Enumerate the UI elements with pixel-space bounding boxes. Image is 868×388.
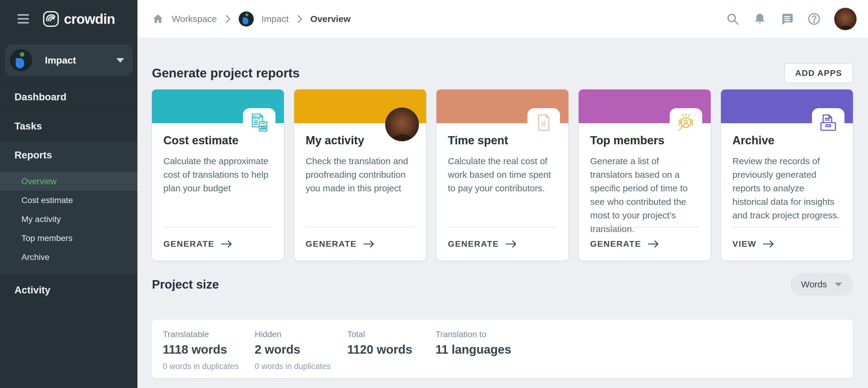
card-time-spent[interactable]: Time spent Calculate the real cost of wo… [436,90,568,261]
generate-label: GENERATE [306,239,357,249]
arrow-right-icon [221,240,233,248]
stat-value: 2 words [255,343,347,356]
document-chart-icon [533,112,554,133]
home-icon[interactable] [152,13,164,25]
card-description: Review the records of previously generat… [733,154,841,222]
card-body: Time spent Calculate the real cost of wo… [436,123,568,195]
messages-icon[interactable] [780,12,794,26]
project-size-title: Project size [152,278,219,291]
card-footer: GENERATE [448,227,557,261]
breadcrumb-project-avatar [239,11,254,27]
card-top-members[interactable]: Top members Generate a list of translato… [579,90,711,261]
stat-value: 1118 words [163,343,255,356]
card-archive[interactable]: Archive Review the records of previously… [721,90,853,261]
arrow-right-icon [363,240,375,248]
sidebar-item-cost-estimate[interactable]: Cost estimate [0,191,137,210]
view-label: VIEW [733,239,756,249]
report-cards: Cost estimate Calculate the approximate … [152,90,853,261]
stat-label: Translatable [163,329,255,339]
main-content: Generate project reports ADD APPS Cost e… [137,38,868,388]
crowdin-logo-icon [43,11,59,27]
sidebar-group-reports: Reports Overview Cost estimate My activi… [0,141,137,275]
stat-value: 1120 words [347,343,435,356]
sidebar-item-overview[interactable]: Overview [0,172,137,191]
search-icon[interactable] [726,12,740,26]
breadcrumb: Workspace Impact Overview [152,11,350,27]
stat-translation-to: Translation to 11 languages [435,329,527,378]
topbar-actions [726,8,857,30]
project-name: Impact [45,55,116,66]
page-title: Generate project reports [152,66,300,80]
project-size-header: Project size Words [152,270,853,298]
card-body: Top members Generate a list of translato… [579,123,711,235]
card-title: Time spent [448,134,557,147]
card-description: Calculate the real cost of work based on… [448,154,557,195]
invoice-calculator-icon [249,112,270,133]
sidebar-item-my-activity[interactable]: My activity [0,210,137,229]
add-apps-button[interactable]: ADD APPS [784,63,853,83]
stat-label: Translation to [435,329,527,339]
user-avatar[interactable] [834,8,857,30]
sidebar: crowdin Impact Dashboard Tasks Reports O… [0,0,137,388]
generate-button[interactable]: GENERATE [590,239,659,249]
breadcrumb-project[interactable]: Impact [261,14,289,24]
stat-value: 11 languages [435,343,527,356]
breadcrumb-current-page: Overview [310,14,350,24]
hamburger-menu-icon[interactable] [18,14,29,24]
sidebar-item-activity[interactable]: Activity [0,275,137,304]
generate-label: GENERATE [590,239,641,249]
generate-button[interactable]: GENERATE [448,239,517,249]
sidebar-item-tasks[interactable]: Tasks [0,111,137,141]
breadcrumb-workspace[interactable]: Workspace [172,14,217,24]
generate-label: GENERATE [163,239,215,249]
search-members-icon [676,112,696,133]
sidebar-item-archive[interactable]: Archive [0,248,137,267]
arrow-right-icon [505,240,517,248]
chevron-down-icon [116,58,124,63]
chevron-right-icon [297,14,303,24]
sidebar-nav: Dashboard Tasks Reports Overview Cost es… [0,82,137,304]
card-description: Check the translation and proofreading c… [306,154,415,195]
notifications-bell-icon[interactable] [753,12,767,26]
stat-total: Total 1120 words [347,329,435,378]
project-selector[interactable]: Impact [5,44,133,76]
card-description: Generate a list of translators based on … [590,154,699,235]
stat-label: Total [347,329,435,339]
generate-button[interactable]: GENERATE [163,239,233,249]
topbar: Workspace Impact Overview [137,0,868,38]
card-cost-estimate[interactable]: Cost estimate Calculate the approximate … [152,90,284,261]
generate-button[interactable]: GENERATE [306,239,375,249]
sidebar-item-reports[interactable]: Reports [0,141,137,169]
chevron-down-icon [835,283,842,287]
reports-submenu: Overview Cost estimate My activity Top m… [0,169,137,267]
help-icon[interactable] [807,12,821,26]
card-footer: GENERATE [590,227,699,261]
view-button[interactable]: VIEW [733,239,775,249]
stat-translatable: Translatable 1118 words 0 words in dupli… [163,329,255,378]
stat-note: 0 words in duplicates [163,362,255,371]
sidebar-item-dashboard[interactable]: Dashboard [0,82,137,111]
arrow-right-icon [647,240,659,248]
page-header: Generate project reports ADD APPS [152,60,853,86]
unit-selector-value: Words [801,279,827,290]
project-avatar [10,49,32,71]
card-footer: GENERATE [163,227,273,261]
card-body: Archive Review the records of previously… [721,123,853,222]
card-footer: VIEW [733,227,841,261]
arrow-right-icon [763,240,775,248]
archive-box-icon [818,112,838,133]
sidebar-top: crowdin [0,0,137,38]
crowdin-logo[interactable]: crowdin [43,11,115,27]
project-size-panel: Translatable 1118 words 0 words in dupli… [152,319,853,378]
stat-note: 0 words in duplicates [255,362,347,371]
card-title: Top members [590,134,699,147]
unit-selector-dropdown[interactable]: Words [790,273,853,296]
card-my-activity[interactable]: My activity Check the translation and pr… [294,90,426,261]
card-body: Cost estimate Calculate the approximate … [152,123,284,195]
card-description: Calculate the approximate cost of transl… [163,154,273,195]
crowdin-wordmark: crowdin [64,11,115,27]
sidebar-item-top-members[interactable]: Top members [0,229,137,248]
chevron-right-icon [225,14,231,24]
card-footer: GENERATE [306,227,415,261]
generate-label: GENERATE [448,239,499,249]
